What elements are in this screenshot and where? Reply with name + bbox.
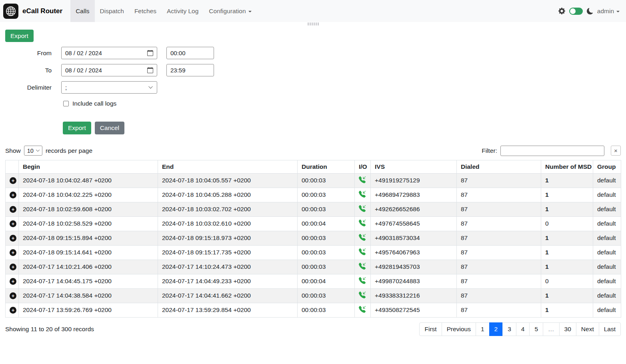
cell-dialed: 87 <box>457 245 541 260</box>
to-row: To 08 / 02 / 2024 23:59 <box>5 64 621 76</box>
cell-io <box>355 188 371 202</box>
expand-row-button[interactable]: + <box>10 249 16 256</box>
incoming-call-icon <box>359 248 366 255</box>
include-call-logs-checkbox[interactable] <box>63 101 69 106</box>
expand-row-button[interactable]: + <box>10 278 16 285</box>
cell-begin: 2024-07-17 13:59:26.769 +0200 <box>19 303 158 317</box>
user-name: admin <box>597 8 614 15</box>
page-1[interactable]: 1 <box>476 322 490 336</box>
cell-group: default <box>593 202 621 216</box>
page-30[interactable]: 30 <box>559 322 576 336</box>
page-4[interactable]: 4 <box>516 322 530 336</box>
page-2[interactable]: 2 <box>489 322 503 336</box>
col-duration: Duration <box>298 160 355 173</box>
expand-row-button[interactable]: + <box>10 292 16 299</box>
export-submit-button[interactable]: Export <box>63 122 91 134</box>
gear-icon[interactable] <box>558 8 565 14</box>
cell-io <box>355 202 371 216</box>
records-per-page-label: records per page <box>46 147 92 154</box>
cell-group: default <box>593 288 621 303</box>
from-time-value: 00:00 <box>170 50 186 56</box>
call-row: +2024-07-18 10:02:59.608 +02002024-07-18… <box>6 202 621 216</box>
cell-io <box>355 288 371 303</box>
call-row: +2024-07-18 09:15:14.641 +02002024-07-18… <box>6 245 621 260</box>
col-end: End <box>158 160 298 173</box>
incoming-call-icon <box>359 234 366 241</box>
expand-row-button[interactable]: + <box>10 177 16 184</box>
page-previous[interactable]: Previous <box>442 322 476 336</box>
page-3[interactable]: 3 <box>502 322 516 336</box>
expand-row-button[interactable]: + <box>10 206 16 213</box>
top-navbar: eCall Router Calls Dispatch Fetches Acti… <box>0 0 626 22</box>
nav-dispatch[interactable]: Dispatch <box>95 0 129 22</box>
delimiter-row: Delimiter ; <box>5 81 621 94</box>
page-ellipsis: … <box>543 322 560 336</box>
to-date-input[interactable]: 08 / 02 / 2024 <box>61 64 157 76</box>
expand-row-button[interactable]: + <box>10 235 16 242</box>
incoming-call-icon <box>359 176 366 183</box>
toggle-knob <box>570 8 576 14</box>
cell-begin: 2024-07-18 10:02:58.529 +0200 <box>19 216 158 231</box>
resize-handle[interactable] <box>307 22 319 26</box>
cell-duration: 00:00:04 <box>298 274 355 288</box>
from-label: From <box>5 50 52 57</box>
cell-msd: 1 <box>541 202 593 216</box>
theme-toggle[interactable] <box>569 8 583 15</box>
filter-input[interactable] <box>500 146 604 156</box>
cancel-button[interactable]: Cancel <box>95 122 124 134</box>
cell-group: default <box>593 245 621 260</box>
col-ivs: IVS <box>371 160 457 173</box>
cell-duration: 00:00:03 <box>298 260 355 274</box>
page-first[interactable]: First <box>419 322 442 336</box>
clear-filter-button[interactable]: × <box>611 146 621 156</box>
cell-dialed: 87 <box>457 216 541 231</box>
calendar-icon[interactable] <box>147 67 153 73</box>
brand-name: eCall Router <box>22 7 62 15</box>
cell-end: 2024-07-18 10:03:02.702 +0200 <box>158 202 298 216</box>
incoming-call-icon <box>359 277 366 284</box>
expand-cell: + <box>6 231 19 245</box>
cell-msd: 1 <box>541 231 593 245</box>
close-icon: × <box>614 147 618 154</box>
from-time-input[interactable]: 00:00 <box>166 47 214 59</box>
cell-duration: 00:00:03 <box>298 245 355 260</box>
nav-configuration[interactable]: Configuration <box>204 0 256 22</box>
expand-cell: + <box>6 216 19 231</box>
page-last[interactable]: Last <box>599 322 621 336</box>
expand-row-button[interactable]: + <box>10 192 16 198</box>
cell-group: default <box>593 216 621 231</box>
user-menu[interactable]: admin <box>597 8 620 15</box>
nav-activity-log[interactable]: Activity Log <box>162 0 204 22</box>
cell-end: 2024-07-18 10:04:05.288 +0200 <box>158 188 298 202</box>
nav-fetches[interactable]: Fetches <box>129 0 162 22</box>
page-size-select[interactable]: 10 <box>24 146 42 156</box>
moon-icon[interactable] <box>587 8 593 14</box>
call-row: +2024-07-17 13:59:26.769 +02002024-07-17… <box>6 303 621 317</box>
cell-end: 2024-07-18 09:15:17.735 +0200 <box>158 245 298 260</box>
include-call-logs-label[interactable]: Include call logs <box>72 100 116 107</box>
cell-msd: 1 <box>541 188 593 202</box>
incoming-call-icon <box>359 220 366 226</box>
page-next[interactable]: Next <box>576 322 599 336</box>
call-row: +2024-07-17 14:04:45.175 +02002024-07-17… <box>6 274 621 288</box>
cell-ivs: +499870244883 <box>371 274 457 288</box>
expand-row-button[interactable]: + <box>10 307 16 314</box>
export-open-button[interactable]: Export <box>5 30 34 42</box>
delimiter-select[interactable]: ; <box>61 81 157 94</box>
page-5[interactable]: 5 <box>529 322 543 336</box>
expand-row-button[interactable]: + <box>10 220 16 227</box>
to-time-input[interactable]: 23:59 <box>166 64 214 76</box>
cell-msd: 1 <box>541 173 593 188</box>
nav-calls[interactable]: Calls <box>70 0 94 22</box>
nav-configuration-label: Configuration <box>209 8 246 15</box>
cell-dialed: 87 <box>457 188 541 202</box>
cell-msd: 0 <box>541 274 593 288</box>
from-date-input[interactable]: 08 / 02 / 2024 <box>61 47 157 59</box>
col-dialed: Dialed <box>457 160 541 173</box>
to-date-value: 08 / 02 / 2024 <box>65 67 102 74</box>
brand: eCall Router <box>3 0 70 22</box>
expand-row-button[interactable]: + <box>10 264 16 270</box>
incoming-call-icon <box>359 292 366 298</box>
from-row: From 08 / 02 / 2024 00:00 <box>5 47 621 59</box>
calendar-icon[interactable] <box>147 50 153 56</box>
